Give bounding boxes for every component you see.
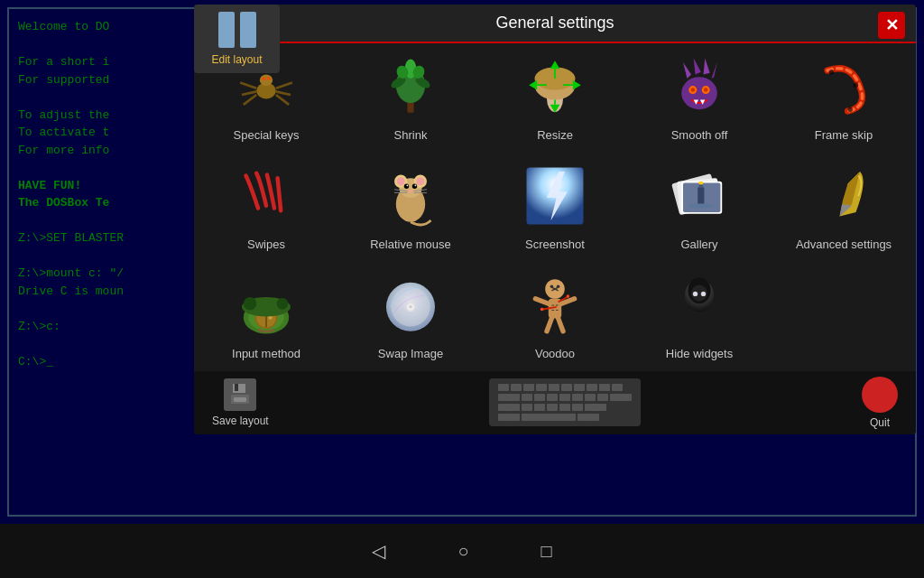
nav-back-button[interactable]: ◁ — [372, 540, 385, 562]
svg-rect-110 — [234, 397, 246, 402]
kb-key — [572, 404, 583, 411]
close-button[interactable]: ✕ — [878, 12, 905, 39]
frame-skip-icon — [808, 51, 880, 123]
kb-key — [511, 384, 522, 391]
grid-item-shrink[interactable]: Shrink — [338, 43, 483, 153]
relative-mouse-icon — [374, 160, 447, 232]
grid-item-screenshot[interactable]: Screenshot — [483, 153, 627, 262]
grid-item-frame-skip[interactable]: Frame skip — [772, 43, 916, 153]
edit-layout-icons — [218, 12, 256, 48]
kb-key — [585, 404, 606, 411]
settings-grid: Special keys Shrink — [194, 43, 916, 371]
kb-key — [585, 394, 596, 401]
kb-key — [559, 394, 570, 401]
android-nav-bar: ◁ ○ □ — [0, 524, 924, 578]
kb-key — [498, 414, 520, 421]
svg-point-49 — [412, 183, 417, 188]
grid-item-gallery[interactable]: Gallery — [627, 153, 772, 262]
svg-line-1 — [240, 83, 256, 89]
resize-icon — [519, 51, 591, 123]
kb-key — [578, 414, 599, 421]
grid-item-resize[interactable]: Resize — [483, 43, 627, 153]
resize-label: Resize — [537, 128, 573, 144]
grid-item-smooth-off[interactable]: Smooth off — [627, 43, 772, 153]
kb-key — [559, 404, 570, 411]
svg-point-48 — [404, 183, 409, 188]
swipes-icon — [230, 160, 302, 232]
column-icon-left — [218, 12, 235, 48]
svg-point-52 — [409, 190, 412, 193]
kb-key — [534, 394, 545, 401]
svg-point-39 — [829, 70, 834, 74]
kb-row-4 — [498, 414, 632, 421]
swipes-label: Swipes — [247, 238, 285, 253]
general-settings-dialog: General settings ✕ — [194, 5, 916, 434]
kb-key — [536, 384, 547, 391]
svg-line-91 — [559, 318, 563, 331]
kb-row-2 — [498, 394, 632, 401]
svg-point-41 — [848, 107, 853, 112]
svg-point-86 — [557, 284, 560, 288]
grid-item-hide-widgets[interactable]: Hide widgets — [627, 262, 772, 371]
kb-key — [587, 384, 597, 391]
svg-line-2 — [242, 91, 256, 95]
input-method-label: Input method — [232, 347, 300, 362]
svg-point-28 — [681, 77, 717, 109]
svg-line-4 — [276, 83, 292, 89]
frame-skip-label: Frame skip — [815, 128, 873, 144]
svg-point-81 — [409, 305, 412, 309]
kb-row-3 — [498, 404, 632, 411]
svg-point-47 — [416, 177, 424, 185]
nav-recents-button[interactable]: □ — [541, 541, 552, 562]
svg-point-35 — [691, 88, 696, 92]
svg-rect-108 — [235, 384, 238, 391]
svg-point-51 — [415, 184, 417, 186]
svg-marker-31 — [704, 59, 710, 75]
voodoo-label: Voodoo — [535, 347, 575, 362]
screenshot-label: Screenshot — [525, 238, 585, 253]
save-layout-button[interactable]: Save layout — [212, 378, 269, 427]
quit-button[interactable]: Quit — [862, 377, 898, 429]
smooth-off-icon — [663, 51, 735, 123]
kb-key — [561, 384, 572, 391]
svg-point-76 — [277, 298, 289, 310]
kb-key — [597, 394, 608, 401]
edit-layout-label: Edit layout — [211, 53, 262, 66]
edit-layout-panel[interactable]: Edit layout — [194, 5, 280, 73]
grid-item-swipes[interactable]: Swipes — [194, 153, 338, 262]
gallery-label: Gallery — [680, 238, 717, 253]
kb-key — [534, 404, 545, 411]
kb-key — [599, 384, 610, 391]
svg-point-40 — [854, 83, 858, 88]
svg-point-36 — [704, 88, 708, 92]
svg-marker-21 — [573, 80, 581, 90]
grid-item-voodoo[interactable]: Voodoo — [483, 262, 627, 371]
svg-point-9 — [267, 77, 271, 80]
svg-point-50 — [407, 184, 409, 186]
shrink-icon — [374, 51, 447, 123]
kb-key — [547, 394, 558, 401]
svg-line-6 — [276, 95, 289, 105]
svg-point-8 — [263, 77, 266, 80]
grid-item-swap-image[interactable]: Swap Image — [338, 262, 483, 371]
kb-key — [610, 394, 632, 401]
grid-item-input-method[interactable]: Input method — [194, 262, 338, 371]
kb-key — [498, 384, 509, 391]
gallery-icon — [663, 160, 735, 232]
quit-label: Quit — [870, 416, 890, 429]
svg-point-7 — [260, 75, 273, 87]
grid-item-advanced-settings[interactable]: Advanced settings — [772, 153, 916, 262]
kb-key — [612, 384, 623, 391]
svg-marker-29 — [683, 62, 691, 79]
advanced-settings-icon — [808, 160, 880, 232]
kb-key — [547, 404, 558, 411]
kb-row-1 — [498, 384, 632, 391]
shrink-label: Shrink — [394, 128, 428, 144]
kb-key — [498, 394, 520, 401]
nav-home-button[interactable]: ○ — [457, 541, 468, 562]
keyboard-preview[interactable] — [489, 378, 641, 426]
column-icon-right — [240, 12, 256, 48]
advanced-settings-label: Advanced settings — [796, 238, 892, 253]
grid-item-relative-mouse[interactable]: Relative mouse — [338, 153, 483, 262]
dialog-bottom-bar: Save layout — [194, 371, 916, 434]
